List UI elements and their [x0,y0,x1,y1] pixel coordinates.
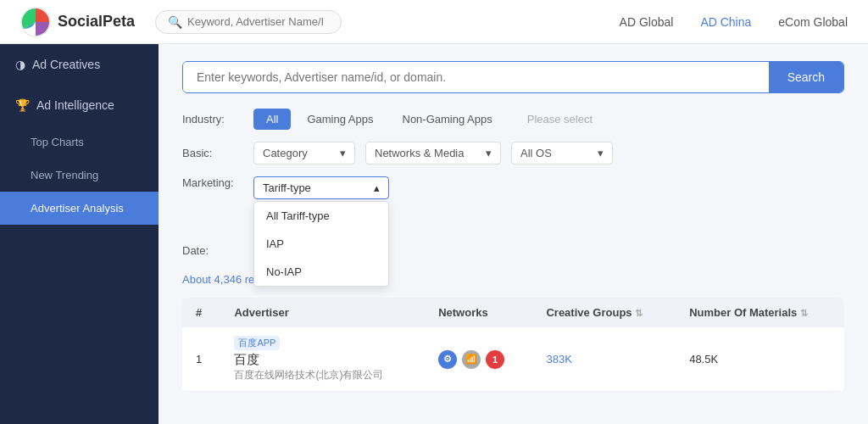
sort-icon-materials: ⇅ [800,308,808,318]
chevron-down-icon: ▾ [340,147,346,159]
global-search-bar[interactable]: 🔍 [155,10,342,34]
logo-icon [20,7,51,37]
os-select-value: All OS [520,147,552,159]
industry-tab-gaming[interactable]: Gaming Apps [294,109,386,130]
col-advertiser: Advertiser [220,298,425,327]
industry-label: Industry: [182,113,243,126]
results-table: # Advertiser Networks Creative Groups ⇅ … [182,298,844,392]
sidebar: ◑ Ad Creatives 🏆 Ad Intelligence Top Cha… [0,44,159,424]
col-networks: Networks [425,298,532,327]
dropdown-item-iap[interactable]: IAP [254,230,388,258]
logo-badge: 百度APP [234,336,280,350]
global-search-input[interactable] [187,15,323,28]
brand-name: SocialPeta [58,13,135,31]
circle-icon: ◑ [15,58,25,71]
tariff-dropdown-selected[interactable]: Tariff-type ▴ [253,176,389,199]
network-select-value: Networks & Media [375,147,464,159]
industry-filter-row: Industry: All Gaming Apps Non-Gaming App… [182,109,844,130]
tariff-dropdown-menu: All Tariff-type IAP No-IAP [253,201,389,287]
chevron-down-icon-3: ▾ [598,147,604,159]
category-select-value: Category [263,147,308,159]
sidebar-ad-intelligence-label: Ad Intelligence [36,98,114,112]
sidebar-ad-creatives-label: Ad Creatives [32,58,100,71]
basic-filter-row: Basic: Category ▾ Networks & Media ▾ All… [182,142,844,165]
creative-groups-link[interactable]: 383K [546,353,571,365]
sidebar-item-new-trending[interactable]: New Trending [0,159,159,192]
content-search-input[interactable] [183,62,769,92]
col-creative-groups: Creative Groups ⇅ [532,298,676,327]
search-button[interactable]: Search [769,62,843,92]
sidebar-item-advertiser-analysis[interactable]: Advertiser Analysis [0,192,159,225]
network-icon-1: ⚙ [438,350,457,369]
industry-placeholder: Please select [515,109,604,129]
cell-materials: 48.5K [676,327,844,392]
advertiser-sub: 百度在线网络技术(北京)有限公司 [234,368,411,382]
tariff-dropdown-value: Tariff-type [263,181,311,194]
content-search-box[interactable]: Search [182,61,844,93]
network-select[interactable]: Networks & Media ▾ [365,142,501,165]
navbar: SocialPeta 🔍 AD Global AD China eCom Glo… [0,0,868,44]
cell-rank: 1 [182,327,220,392]
nav-ad-china[interactable]: AD China [700,15,751,29]
advertiser-name[interactable]: 百度 [234,352,411,368]
date-label: Date: [182,244,243,257]
marketing-filter-row: Marketing: Tariff-type ▴ All Tariff-type… [182,176,844,199]
sidebar-section-ad-creatives[interactable]: ◑ Ad Creatives [0,44,159,85]
advertiser-logo: 百度APP [234,336,411,350]
cell-advertiser: 百度APP 百度 百度在线网络技术(北京)有限公司 [220,327,425,392]
industry-tab-all[interactable]: All [253,109,291,130]
col-rank: # [182,298,220,327]
network-icon-3: 1 [486,350,504,369]
os-select[interactable]: All OS ▾ [511,142,613,165]
network-icon-2: 📶 [462,350,481,369]
category-select[interactable]: Category ▾ [253,142,355,165]
sidebar-section-ad-intelligence[interactable]: 🏆 Ad Intelligence [0,85,159,126]
nav-ecom-global[interactable]: eCom Global [778,15,848,29]
nav-ad-global[interactable]: AD Global [620,15,674,29]
col-materials: Number Of Materials ⇅ [676,298,844,327]
sort-icon-creative: ⇅ [635,308,643,318]
content-area: Search Industry: All Gaming Apps Non-Gam… [159,44,868,424]
network-icons: ⚙ 📶 1 [438,350,519,369]
cell-creative-groups: 383K [532,327,676,392]
table-header-row: # Advertiser Networks Creative Groups ⇅ … [182,298,844,327]
table-row: 1 百度APP 百度 百度在线网络技术(北京)有限公司 ⚙ 📶 1 [182,327,844,392]
chevron-up-icon: ▴ [374,181,380,194]
trophy-icon: 🏆 [15,98,30,112]
marketing-label: Marketing: [182,176,243,189]
nav-links: AD Global AD China eCom Global [620,15,848,29]
industry-tab-nongaming[interactable]: Non-Gaming Apps [390,109,505,130]
sidebar-item-top-charts[interactable]: Top Charts [0,126,159,159]
chevron-down-icon-2: ▾ [486,147,492,159]
search-icon: 🔍 [168,15,182,29]
industry-tabs: All Gaming Apps Non-Gaming Apps [253,109,505,130]
logo[interactable]: SocialPeta [20,7,135,37]
results-count: About 4,346 re [182,273,254,286]
tariff-dropdown-wrapper: Tariff-type ▴ All Tariff-type IAP No-IAP [253,176,389,199]
basic-label: Basic: [182,147,243,159]
dropdown-item-no-iap[interactable]: No-IAP [254,258,388,286]
dropdown-item-all-tariff[interactable]: All Tariff-type [254,202,388,230]
cell-networks: ⚙ 📶 1 [425,327,532,392]
main-layout: ◑ Ad Creatives 🏆 Ad Intelligence Top Cha… [0,44,868,424]
